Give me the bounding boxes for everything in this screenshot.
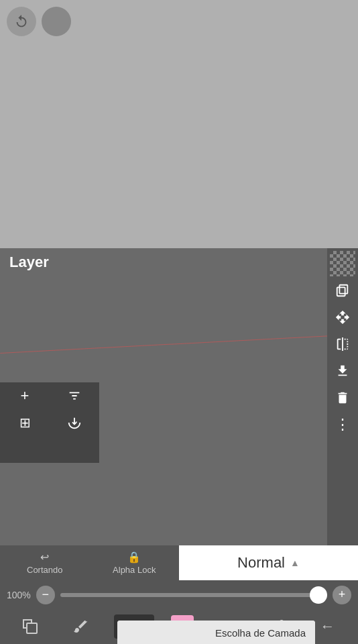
back-button[interactable]: ←: [310, 612, 344, 641]
normal-blend-button[interactable]: Normal ▲: [179, 545, 358, 580]
merge-icon: [67, 415, 82, 430]
normal-label: Normal: [237, 554, 285, 572]
right-toolbar: ⋮: [327, 248, 358, 570]
layer-options-icon: [67, 388, 82, 403]
svg-rect-2: [27, 623, 37, 633]
opacity-bar: 100% − +: [0, 580, 358, 609]
layer-copy-button[interactable]: [330, 278, 355, 303]
checkerboard-button[interactable]: [330, 251, 355, 276]
trash-icon: [335, 390, 350, 405]
download-icon: [335, 364, 350, 378]
download-button[interactable]: [330, 358, 355, 384]
flip-icon: [335, 337, 350, 352]
brush-icon: [72, 619, 88, 635]
layer-chooser-popup: Escolha de Camada Sem Seleção 1 👁 100% N…: [117, 621, 315, 644]
layer-options-button[interactable]: [50, 382, 99, 409]
selection-tool-button[interactable]: [13, 612, 47, 641]
redo-button[interactable]: [42, 7, 71, 36]
chooser-title: Escolha de Camada: [117, 621, 315, 641]
move-button[interactable]: [330, 305, 355, 330]
brush-tool-button[interactable]: [64, 612, 97, 641]
layer-left-toolbar: + ⊞: [0, 382, 99, 463]
chevron-up-icon: ▲: [290, 557, 300, 568]
opacity-label: 100%: [7, 590, 31, 600]
opacity-increase-button[interactable]: +: [333, 586, 351, 604]
copy-icon: [335, 283, 350, 298]
flip-button[interactable]: [330, 331, 355, 357]
add-layer-button[interactable]: +: [0, 382, 50, 409]
cortando-icon: ↩: [40, 551, 49, 564]
chooser-selection-row: Sem Seleção: [117, 641, 315, 644]
layer-panel: Layer: [0, 248, 358, 570]
more-button[interactable]: ⋮: [330, 412, 355, 437]
add-layer-below-button[interactable]: ⊞: [0, 409, 50, 436]
trash-button[interactable]: [330, 385, 355, 411]
layer-title: Layer: [0, 248, 358, 276]
alpha-lock-icon: 🔒: [127, 551, 141, 564]
svg-rect-1: [339, 285, 347, 294]
move-icon: [335, 310, 350, 325]
cortando-button[interactable]: ↩ Cortando: [0, 545, 90, 580]
svg-rect-0: [337, 287, 345, 296]
top-toolbar: [7, 7, 71, 36]
alpha-lock-button[interactable]: 🔒 Alpha Lock: [90, 545, 180, 580]
alpha-lock-label: Alpha Lock: [113, 565, 156, 575]
opacity-slider-track[interactable]: [60, 593, 327, 597]
selection-icon: [22, 619, 38, 635]
opacity-decrease-button[interactable]: −: [36, 586, 55, 604]
merge-button[interactable]: [50, 409, 99, 436]
canvas-area: [0, 0, 358, 248]
opacity-slider-thumb[interactable]: [310, 586, 327, 604]
undo-icon: [14, 14, 29, 29]
cortando-label: Cortando: [27, 565, 62, 575]
undo-button[interactable]: [7, 7, 36, 36]
blend-bar: ↩ Cortando 🔒 Alpha Lock Normal ▲: [0, 545, 358, 580]
